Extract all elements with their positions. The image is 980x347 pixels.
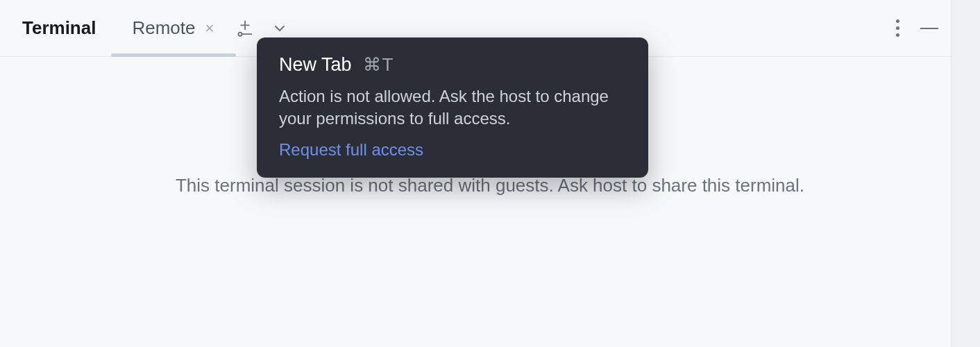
- chevron-down-icon[interactable]: [269, 18, 290, 39]
- active-tab-underline: [111, 53, 236, 57]
- terminal-placeholder-text: This terminal session is not shared with…: [176, 175, 804, 196]
- tooltip-shortcut: ⌘T: [363, 54, 395, 76]
- request-full-access-link[interactable]: Request full access: [279, 140, 626, 160]
- tooltip-header: New Tab ⌘T: [279, 54, 626, 76]
- tab-action-group: [235, 18, 290, 39]
- new-tab-icon[interactable]: [235, 18, 255, 39]
- scrollbar-track[interactable]: [951, 0, 980, 347]
- permission-tooltip: New Tab ⌘T Action is not allowed. Ask th…: [257, 37, 648, 178]
- tooltip-body: Action is not allowed. Ask the host to c…: [279, 85, 626, 130]
- tooltip-title: New Tab: [279, 54, 352, 76]
- kebab-menu-icon[interactable]: [892, 15, 904, 41]
- remote-tab-label: Remote: [132, 17, 195, 39]
- terminal-tab-label[interactable]: Terminal: [14, 0, 104, 56]
- close-tab-icon[interactable]: ×: [205, 19, 214, 37]
- minimize-icon[interactable]: [920, 28, 938, 29]
- remote-tab[interactable]: Remote ×: [124, 0, 222, 56]
